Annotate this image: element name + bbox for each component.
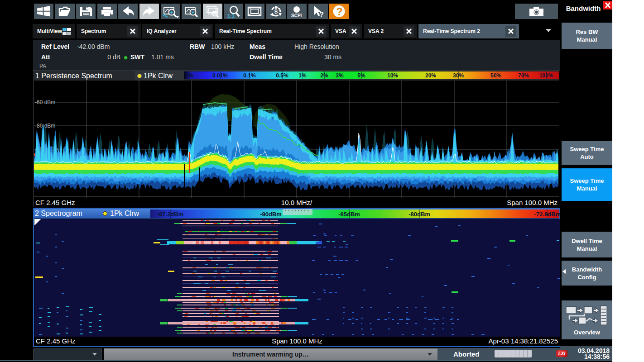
svg-text:?: ? [319, 11, 324, 19]
svg-text:SCPI: SCPI [291, 13, 302, 18]
svg-text:-60 dBm: -60 dBm [35, 99, 55, 105]
svg-text:1:1: 1:1 [227, 13, 235, 19]
svg-text:?: ? [336, 6, 343, 18]
svg-text:S: S [274, 9, 278, 15]
